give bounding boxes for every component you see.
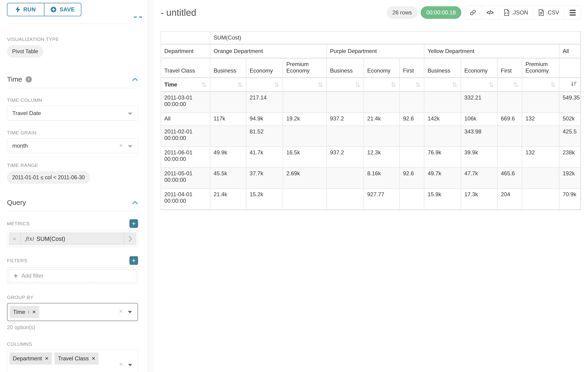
plus-circle-icon <box>51 7 56 12</box>
time-section-title: Time i <box>7 75 32 83</box>
pivot-cell: 39.9k <box>461 147 498 168</box>
pivot-sort-cell[interactable]: ⇅ <box>210 78 246 92</box>
group-by-select[interactable]: Timei✕ × <box>7 303 138 321</box>
sort-cell-content: ⇅ <box>286 81 323 88</box>
pivot-cell: 927.77 <box>364 189 400 210</box>
pivot-sort-cell[interactable]: ⇅ <box>364 78 400 92</box>
csv-label: .CSV <box>546 9 559 16</box>
tag-remove-icon[interactable]: ✕ <box>45 356 49 361</box>
pivot-cell <box>498 92 522 113</box>
clear-icon[interactable]: × <box>119 361 123 368</box>
pivot-table-container: SUM(Cost)DepartmentOrange DepartmentPurp… <box>161 31 581 210</box>
sidebar-scrollbar[interactable] <box>148 0 153 372</box>
time-grain-select[interactable]: month × <box>7 138 138 153</box>
export-csv-button[interactable]: .CSV <box>533 6 564 19</box>
visualization-type-pill[interactable]: Pivot Table <box>7 45 43 58</box>
filters-container: + Add filter <box>7 268 138 284</box>
pivot-sort-cell[interactable]: ⇅ <box>522 78 559 92</box>
sort-icon: ⇅ <box>201 81 207 88</box>
sort-cell-content: ⇅ <box>367 81 396 88</box>
run-button-label: RUN <box>23 6 36 13</box>
sort-icon: ⇅ <box>489 81 494 88</box>
pivot-corner-cell <box>161 32 210 45</box>
pivot-cell: 142k <box>424 113 461 126</box>
view-query-button[interactable]: </> <box>481 6 499 19</box>
clipped-icon <box>139 17 142 18</box>
collapse-chevron-up-icon[interactable] <box>132 201 138 204</box>
tag-remove-icon[interactable]: ✕ <box>92 356 95 361</box>
page-title: - untitled <box>161 7 196 18</box>
pivot-row-label: 2011-05-01 00:00:00 <box>161 168 210 189</box>
pivot-sort-cell[interactable]: ⇅ <box>424 78 461 92</box>
time-range-pill[interactable]: 2011-01-01 ≤ col < 2011-06-30 <box>7 171 90 184</box>
pivot-cell: 15.9k <box>424 189 461 210</box>
pivot-sort-cell[interactable]: ⇅ <box>461 78 498 92</box>
share-link-button[interactable] <box>465 6 481 19</box>
pivot-data-row: All117k94.9k19.2k937.221.4k92.6142k106k6… <box>161 113 581 126</box>
pivot-cell: 81.52 <box>246 126 283 147</box>
sort-icon: ⇅ <box>391 81 396 88</box>
pivot-cell: 332.21 <box>461 92 498 113</box>
clipped-icon <box>134 17 137 18</box>
sort-icon: ⇅ <box>237 81 243 88</box>
export-json-button[interactable]: .JSON <box>499 6 533 19</box>
metric-name: SUM(Cost) <box>36 235 65 242</box>
pivot-col-header: Economy <box>246 59 283 78</box>
collapse-chevron-up-icon[interactable] <box>132 77 138 81</box>
pivot-cell: 49.9k <box>210 147 246 168</box>
pivot-cell <box>327 168 364 189</box>
pivot-time-sort-cell[interactable]: Time⇅ <box>161 78 210 92</box>
lightning-icon <box>16 6 20 13</box>
pivot-thead: SUM(Cost)DepartmentOrange DepartmentPurp… <box>161 32 581 92</box>
columns-select[interactable]: Department✕Travel Class✕ × <box>7 350 138 372</box>
pivot-sort-cell[interactable]: ⇅ <box>283 78 327 92</box>
sort-icon: ⇅ <box>550 81 556 88</box>
pivot-col-header: Business <box>210 59 246 78</box>
pivot-cell <box>210 126 246 147</box>
save-button[interactable]: SAVE <box>44 3 81 16</box>
group-by-label: GROUP BY <box>7 295 138 300</box>
sort-cell-content: ⇅ <box>464 81 494 88</box>
metric-expand-icon[interactable] <box>124 232 136 245</box>
pivot-cell <box>424 126 461 147</box>
pivot-time-label: Time <box>164 81 177 88</box>
sort-cell-content: ⇅ <box>428 81 457 88</box>
fx-icon: ƒ(x) <box>25 236 34 242</box>
pivot-cell: 937.2 <box>327 147 364 168</box>
pivot-cell <box>522 92 559 113</box>
sort-cell-content: ⇅ <box>330 81 360 88</box>
app-root: Chart Type RUN SAVE VISUALIZATION TY <box>0 0 588 372</box>
pivot-cell: 17.3k <box>461 189 498 210</box>
clear-icon[interactable]: × <box>119 142 123 149</box>
metric-item[interactable]: × ƒ(x) SUM(Cost) <box>9 232 136 245</box>
chevron-down-icon <box>128 113 132 115</box>
clear-icon[interactable]: × <box>119 308 123 315</box>
pivot-group-header: All <box>559 45 581 59</box>
pivot-sort-cell[interactable]: ⇅ <box>400 78 424 92</box>
add-metric-button[interactable]: + <box>129 219 138 228</box>
pivot-sort-cell[interactable]: ⇅ <box>327 78 364 92</box>
pivot-cell: 669.6 <box>498 113 522 126</box>
add-filter-plus-button[interactable]: + <box>129 256 138 265</box>
pivot-sort-cell[interactable]: ⇅ <box>246 78 283 92</box>
pivot-cell: 19.2k <box>283 113 327 126</box>
pivot-cell <box>400 189 424 210</box>
sort-icon: ⇅ <box>274 81 279 88</box>
pivot-sort-cell[interactable] <box>559 78 581 92</box>
pivot-cell: 21.4k <box>364 113 400 126</box>
pivot-cell: 49.7k <box>424 168 461 189</box>
add-filter-button[interactable]: + Add filter <box>9 269 136 282</box>
sort-cell-content <box>563 81 577 89</box>
visualization-type-label: VISUALIZATION TYPE <box>7 36 138 42</box>
file-code-icon <box>504 9 509 16</box>
time-column-select[interactable]: Travel Date <box>7 106 138 121</box>
tag-remove-icon[interactable]: ✕ <box>32 309 36 315</box>
divider <box>7 211 138 211</box>
metric-remove-icon[interactable]: × <box>9 232 21 245</box>
run-button[interactable]: RUN <box>7 3 44 16</box>
chevron-down-icon <box>128 145 132 148</box>
pivot-sort-cell[interactable]: ⇅ <box>498 78 522 92</box>
pivot-cell: 16.5k <box>283 147 327 168</box>
menu-button[interactable] <box>564 6 581 19</box>
pivot-cell <box>522 189 559 210</box>
